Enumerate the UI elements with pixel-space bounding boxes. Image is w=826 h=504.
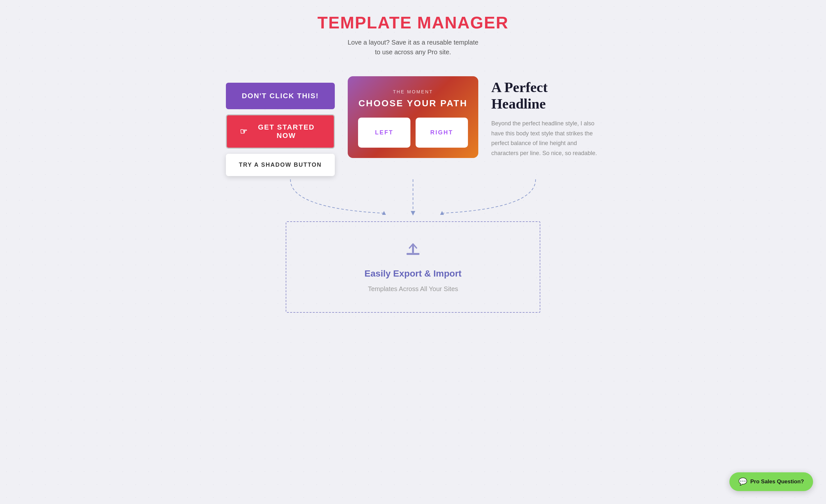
svg-rect-3 — [407, 253, 419, 255]
chat-bubble[interactable]: 💬 Pro Sales Question? — [729, 472, 813, 491]
left-path-button[interactable]: LEFT — [358, 118, 410, 148]
chat-icon: 💬 — [739, 478, 747, 486]
export-subtitle: Templates Across All Your Sites — [368, 285, 458, 293]
path-card-title: CHOOSE YOUR PATH — [358, 98, 468, 109]
shadow-button[interactable]: TRY A SHADOW BUTTON — [226, 154, 335, 176]
dont-click-button[interactable]: DON'T CLICK THIS! — [226, 83, 335, 109]
page-header: TEMPLATE MANAGER Love a layout? Save it … — [226, 13, 600, 57]
path-card-subtitle: THE MOMENT — [358, 89, 468, 94]
header-subtitle: Love a layout? Save it as a reusable tem… — [226, 38, 600, 57]
path-buttons: LEFT RIGHT — [358, 118, 468, 148]
headline-body: Beyond the perfect headline style, I als… — [491, 119, 600, 158]
bottom-section: Easily Export & Import Templates Across … — [286, 221, 540, 313]
arrows-section — [226, 176, 600, 221]
svg-marker-1 — [411, 211, 415, 215]
hand-icon: ☞ — [240, 127, 248, 137]
right-path-button[interactable]: RIGHT — [416, 118, 468, 148]
main-grid: DON'T CLICK THIS! ☞ GET STARTED NOW TRY … — [226, 76, 600, 176]
arrows-diagram — [226, 176, 600, 221]
path-card: THE MOMENT CHOOSE YOUR PATH LEFT RIGHT — [348, 76, 478, 158]
chat-label: Pro Sales Question? — [750, 479, 804, 485]
left-column: DON'T CLICK THIS! ☞ GET STARTED NOW TRY … — [226, 76, 335, 176]
center-column: THE MOMENT CHOOSE YOUR PATH LEFT RIGHT — [348, 76, 478, 158]
right-column: A Perfect Headline Beyond the perfect he… — [491, 76, 600, 158]
export-title: Easily Export & Import — [364, 268, 462, 279]
export-icon — [404, 241, 422, 262]
headline-title: A Perfect Headline — [491, 79, 600, 112]
page-title: TEMPLATE MANAGER — [226, 13, 600, 32]
get-started-button[interactable]: ☞ GET STARTED NOW — [226, 114, 335, 148]
